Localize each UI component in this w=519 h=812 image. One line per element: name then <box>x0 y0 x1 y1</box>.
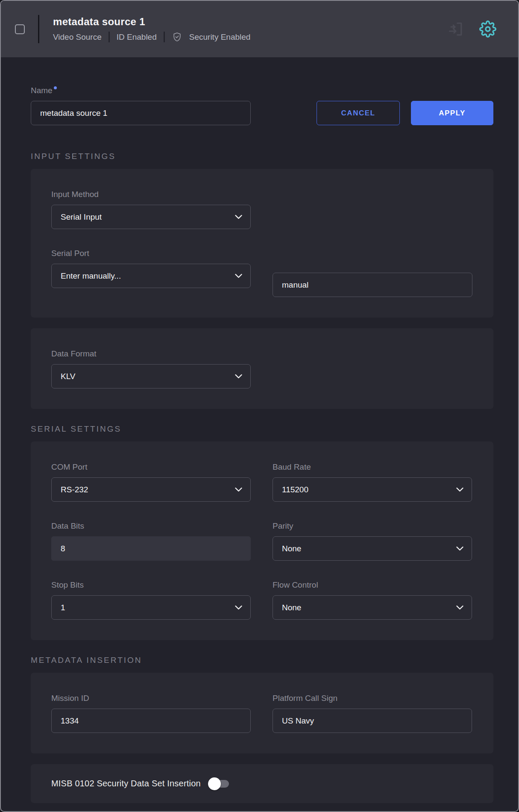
gear-icon[interactable] <box>478 19 498 39</box>
misb-toggle-card: MISB 0102 Security Data Set Insertion <box>31 764 493 803</box>
input-settings-card-2: Data Format KLV <box>31 328 493 409</box>
stop-bits-select[interactable]: 1 <box>51 595 251 620</box>
required-dot <box>54 86 57 89</box>
data-bits-label: Data Bits <box>51 521 251 531</box>
panel-header: metadata source 1 Video Source ID Enable… <box>1 1 518 57</box>
sign-in-icon[interactable] <box>446 19 465 39</box>
serial-settings-card: COM Port RS-232 Baud Rate 115200 Data Bi… <box>31 441 493 640</box>
serial-port-row: Serial Port Enter manually... <box>51 248 473 297</box>
chevron-down-icon <box>456 487 463 492</box>
stop-bits-label: Stop Bits <box>51 580 251 590</box>
data-bits-input <box>51 536 251 561</box>
name-label: Name <box>31 85 251 96</box>
cancel-button[interactable]: CANCEL <box>317 101 400 125</box>
flow-control-select[interactable]: None <box>273 595 472 620</box>
header-divider <box>38 15 39 43</box>
flow-control-label: Flow Control <box>273 580 472 590</box>
badge-id-enabled: ID Enabled <box>117 32 157 42</box>
baud-rate-select[interactable]: 115200 <box>273 477 472 502</box>
badge-video-source: Video Source <box>53 32 102 42</box>
parity-select[interactable]: None <box>273 536 472 561</box>
section-title-input-settings: INPUT SETTINGS <box>31 152 493 161</box>
stop-bits-value: 1 <box>61 603 65 612</box>
chevron-down-icon <box>235 215 242 219</box>
chevron-down-icon <box>235 274 242 278</box>
input-method-label: Input Method <box>51 189 251 200</box>
select-checkbox[interactable] <box>15 24 25 34</box>
platform-call-sign-label: Platform Call Sign <box>273 693 472 703</box>
stop-bits-group: Stop Bits 1 <box>51 580 251 620</box>
parity-label: Parity <box>273 521 472 531</box>
mission-id-group: Mission ID <box>51 693 251 733</box>
flow-control-group: Flow Control None <box>273 580 472 620</box>
chevron-down-icon <box>235 605 242 610</box>
data-format-label: Data Format <box>51 349 251 359</box>
badge-security-enabled: Security Enabled <box>189 32 251 42</box>
parity-group: Parity None <box>273 521 472 561</box>
chevron-down-icon <box>235 374 242 379</box>
baud-rate-group: Baud Rate 115200 <box>273 462 472 502</box>
serial-port-group: Serial Port Enter manually... <box>51 248 251 297</box>
platform-call-sign-group: Platform Call Sign <box>273 693 472 733</box>
subtitle-row: Video Source ID Enabled Security Enabled <box>53 32 250 42</box>
name-field-group: Name <box>31 85 251 125</box>
metadata-source-panel: metadata source 1 Video Source ID Enable… <box>0 0 519 812</box>
name-row: Name CANCEL APPLY <box>31 85 493 125</box>
input-method-select[interactable]: Serial Input <box>51 205 251 229</box>
input-method-group: Input Method Serial Input <box>51 189 251 229</box>
com-port-group: COM Port RS-232 <box>51 462 251 502</box>
flow-control-value: None <box>282 603 301 612</box>
data-format-group: Data Format KLV <box>51 349 251 388</box>
data-format-select[interactable]: KLV <box>51 364 251 388</box>
subtitle-separator <box>108 32 110 42</box>
apply-button[interactable]: APPLY <box>411 101 493 125</box>
parity-value: None <box>282 544 301 553</box>
page-title: metadata source 1 <box>53 16 250 28</box>
panel-body: Name CANCEL APPLY INPUT SETTINGS Input M… <box>1 57 518 803</box>
input-method-value: Serial Input <box>61 212 102 222</box>
shield-check-icon <box>172 32 182 42</box>
serial-settings-grid: COM Port RS-232 Baud Rate 115200 Data Bi… <box>51 462 473 620</box>
serial-port-select[interactable]: Enter manually... <box>51 264 251 288</box>
serial-port-manual-group <box>273 268 472 297</box>
serial-port-value: Enter manually... <box>61 271 121 281</box>
com-port-label: COM Port <box>51 462 251 472</box>
serial-port-manual-input[interactable] <box>273 273 472 297</box>
title-block: metadata source 1 Video Source ID Enable… <box>53 16 250 42</box>
action-buttons: CANCEL APPLY <box>317 101 493 125</box>
mission-id-label: Mission ID <box>51 693 251 703</box>
mission-id-input[interactable] <box>51 709 251 733</box>
chevron-down-icon <box>456 605 463 610</box>
serial-port-label: Serial Port <box>51 248 251 259</box>
chevron-down-icon <box>456 546 463 551</box>
platform-call-sign-input[interactable] <box>273 709 472 733</box>
chevron-down-icon <box>235 487 242 492</box>
misb-toggle-label: MISB 0102 Security Data Set Insertion <box>51 779 201 788</box>
baud-rate-value: 115200 <box>282 485 308 494</box>
section-title-metadata-insertion: METADATA INSERTION <box>31 656 493 665</box>
com-port-value: RS-232 <box>61 485 88 494</box>
baud-rate-label: Baud Rate <box>273 462 472 472</box>
metadata-insertion-card: Mission ID Platform Call Sign <box>31 673 493 753</box>
misb-toggle-switch[interactable] <box>209 780 230 788</box>
input-settings-card-1: Input Method Serial Input Serial Port En… <box>31 169 493 318</box>
name-input[interactable] <box>31 101 251 125</box>
subtitle-separator <box>164 32 165 42</box>
section-title-serial-settings: SERIAL SETTINGS <box>31 424 493 434</box>
data-format-value: KLV <box>61 372 76 381</box>
toggle-knob <box>208 777 221 790</box>
metadata-insertion-grid: Mission ID Platform Call Sign <box>51 693 473 733</box>
com-port-select[interactable]: RS-232 <box>51 477 251 502</box>
data-bits-group: Data Bits <box>51 521 251 561</box>
